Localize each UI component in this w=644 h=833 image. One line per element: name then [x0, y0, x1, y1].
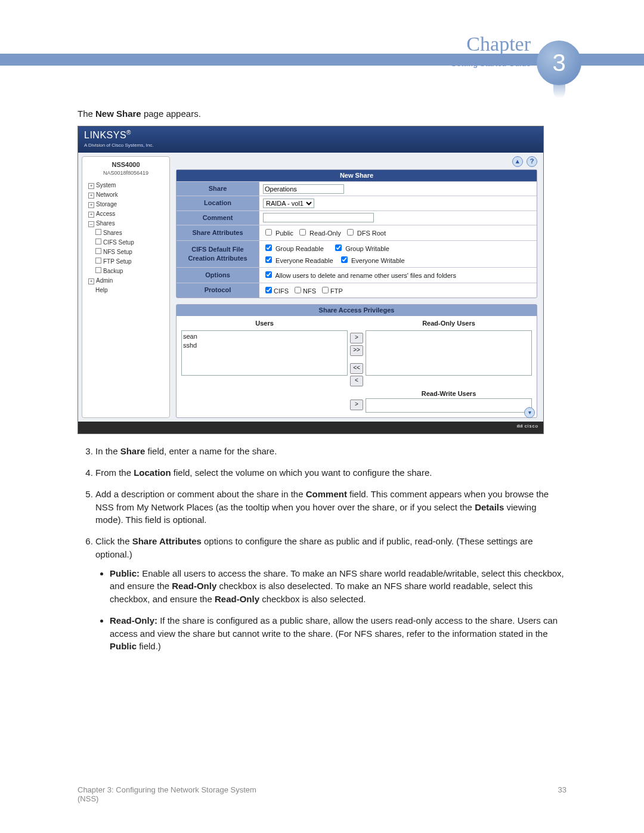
- group-writable-checkbox[interactable]: [335, 244, 342, 251]
- badge-decoration: [553, 83, 565, 98]
- step-3: In the Share field, enter a name for the…: [95, 445, 566, 458]
- main-panel: ▴ ? New Share Share Location RAIDA - vol…: [174, 153, 543, 422]
- document-page: Chapter Getting Started Guide 3 The New …: [0, 0, 644, 833]
- step-4: From the Location field, select the volu…: [95, 466, 566, 479]
- page-number: 33: [558, 785, 566, 794]
- location-label: Location: [177, 196, 259, 210]
- allow-delete-wrap[interactable]: Allow users to delete and rename other u…: [263, 270, 456, 280]
- move-left-all-button[interactable]: <<: [350, 363, 363, 374]
- chapter-heading: Chapter: [466, 33, 531, 55]
- device-name: NSS4000: [87, 160, 165, 169]
- guide-label: Getting Started Guide: [451, 59, 531, 68]
- everyone-readable-checkbox[interactable]: [265, 256, 272, 263]
- leaf-icon: [95, 229, 101, 235]
- options-label: Options: [177, 268, 259, 282]
- chapter-number-badge: 3: [537, 41, 581, 85]
- app-body: NSS4000 NAS0018f8056419 +System +Network…: [78, 153, 543, 422]
- expand-icon[interactable]: +: [88, 278, 94, 284]
- readonly-listbox[interactable]: [366, 330, 532, 376]
- location-select[interactable]: RAIDA - vol1: [263, 199, 314, 208]
- nav-storage[interactable]: +Storage: [87, 200, 165, 209]
- expand-icon[interactable]: +: [88, 202, 94, 208]
- public-checkbox[interactable]: [265, 229, 272, 236]
- everyone-writable-wrap[interactable]: Everyone Writable: [339, 257, 405, 264]
- comment-input[interactable]: [263, 213, 374, 222]
- embedded-screenshot: LINKSYS® A Division of Cisco Systems, In…: [78, 126, 544, 434]
- everyone-readable-wrap[interactable]: Everyone Readable: [263, 257, 333, 264]
- content-area: The New Share page appears. LINKSYS® A D…: [78, 101, 566, 662]
- readwrite-listbox[interactable]: [366, 398, 532, 413]
- expand-icon[interactable]: +: [88, 183, 94, 189]
- expand-icon[interactable]: +: [88, 193, 94, 199]
- move-right-button[interactable]: >: [350, 333, 363, 343]
- dfsroot-checkbox-wrap[interactable]: DFS Root: [345, 227, 386, 238]
- bullet-readonly: Read-Only: If the share is configured as…: [110, 614, 566, 653]
- readwrite-col-header: Read-Write Users: [366, 386, 532, 398]
- readonly-checkbox-wrap[interactable]: Read-Only: [297, 227, 341, 238]
- nav-cifs[interactable]: CIFS Setup: [87, 238, 165, 247]
- footer-chapter-title: Chapter 3: Configuring the Network Stora…: [78, 785, 256, 794]
- proto-ftp-checkbox[interactable]: [322, 287, 329, 293]
- instruction-list: In the Share field, enter a name for the…: [78, 445, 566, 653]
- nav-network[interactable]: +Network: [87, 190, 165, 200]
- expand-icon[interactable]: +: [88, 212, 94, 218]
- allow-delete-checkbox[interactable]: [265, 271, 272, 278]
- footer-subtitle: (NSS): [78, 794, 98, 803]
- comment-label: Comment: [177, 211, 259, 225]
- leaf-icon: [95, 258, 101, 264]
- collapse-icon[interactable]: –: [88, 221, 94, 227]
- share-input[interactable]: [263, 184, 344, 194]
- privileges-header: Share Access Privileges: [177, 305, 537, 316]
- move-left-button[interactable]: <: [350, 376, 363, 386]
- nav-shares-sub[interactable]: Shares: [87, 228, 165, 238]
- privileges-box: Share Access Privileges Users Read-Only …: [176, 304, 537, 418]
- step-5: Add a description or comment about the s…: [95, 488, 566, 527]
- scroll-up-icon[interactable]: ▴: [512, 156, 523, 167]
- step-6: Click the Share Attributes options to co…: [95, 535, 566, 653]
- public-checkbox-wrap[interactable]: Public: [263, 227, 293, 238]
- new-share-form: New Share Share Location RAIDA - vol1 Co…: [176, 169, 537, 299]
- proto-cifs-checkbox[interactable]: [265, 287, 272, 293]
- help-row: ▴ ?: [176, 156, 537, 167]
- step-6-bullets: Public: Enable all users to access the s…: [95, 567, 566, 654]
- leaf-icon: [95, 267, 101, 273]
- users-listbox[interactable]: sean sshd: [181, 330, 348, 376]
- screenshot-footer: ıllıll cisco: [78, 422, 543, 433]
- readonly-col-header: Read-Only Users: [366, 317, 532, 330]
- nav-help[interactable]: Help: [87, 286, 165, 295]
- help-icon[interactable]: ?: [527, 156, 537, 167]
- dfsroot-checkbox[interactable]: [347, 229, 354, 236]
- user-item[interactable]: sean: [183, 332, 346, 341]
- nav-backup[interactable]: Backup: [87, 267, 165, 276]
- nav-nfs[interactable]: NFS Setup: [87, 247, 165, 257]
- nav-admin[interactable]: +Admin: [87, 276, 165, 286]
- everyone-writable-checkbox[interactable]: [341, 256, 348, 263]
- intro-text: The New Share page appears.: [78, 107, 566, 120]
- linksys-header: LINKSYS® A Division of Cisco Systems, In…: [78, 126, 543, 153]
- proto-nfs-wrap[interactable]: NFS: [292, 285, 316, 296]
- left-nav-panel: NSS4000 NAS0018f8056419 +System +Network…: [82, 156, 170, 419]
- readonly-checkbox[interactable]: [299, 229, 306, 236]
- nav-ftp[interactable]: FTP Setup: [87, 257, 165, 267]
- leaf-icon: [95, 248, 101, 254]
- group-readable-wrap[interactable]: Group Readable: [263, 245, 324, 252]
- brand-tagline: A Division of Cisco Systems, Inc.: [84, 142, 537, 148]
- nav-shares[interactable]: –Shares: [87, 219, 165, 228]
- nav-system[interactable]: +System: [87, 181, 165, 190]
- cifs-default-label: CIFS Default File Creation Attributes: [177, 241, 259, 268]
- protocol-label: Protocol: [177, 283, 259, 298]
- proto-cifs-wrap[interactable]: CIFS: [263, 285, 289, 296]
- proto-ftp-wrap[interactable]: FTP: [320, 285, 343, 296]
- proto-nfs-checkbox[interactable]: [295, 287, 301, 293]
- device-id: NAS0018f8056419: [87, 169, 165, 177]
- brand-logo: LINKSYS®: [84, 129, 537, 142]
- users-col-header: Users: [181, 317, 348, 330]
- group-writable-wrap[interactable]: Group Writable: [333, 245, 389, 252]
- leaf-icon: [95, 239, 101, 244]
- move-right-rw-button[interactable]: >: [350, 400, 363, 410]
- nav-access[interactable]: +Access: [87, 209, 165, 219]
- bullet-public: Public: Enable all users to access the s…: [110, 567, 566, 606]
- user-item[interactable]: sshd: [183, 341, 346, 350]
- move-right-all-button[interactable]: >>: [350, 345, 363, 356]
- group-readable-checkbox[interactable]: [265, 244, 272, 251]
